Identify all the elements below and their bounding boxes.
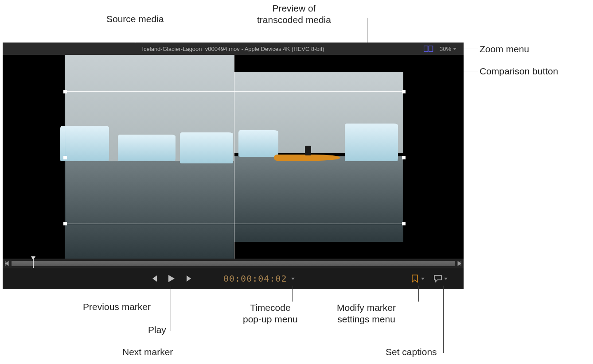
preview-stage[interactable] bbox=[3, 55, 464, 259]
timecode-popup[interactable]: 00:00:04:02 bbox=[223, 273, 295, 284]
label-preview-transcoded: Preview of transcoded media bbox=[257, 3, 331, 26]
modify-marker-menu[interactable] bbox=[410, 274, 425, 283]
previous-marker-button[interactable] bbox=[150, 275, 158, 283]
label-modify-marker: Modify marker settings menu bbox=[337, 302, 396, 325]
scrubber-track[interactable] bbox=[12, 261, 455, 266]
in-point-icon[interactable] bbox=[4, 260, 10, 267]
transcoded-media-pane bbox=[234, 55, 403, 259]
preview-viewer: Iceland-Glacier-Lagoon_v000494.mov - App… bbox=[3, 43, 464, 289]
zoom-value: 30% bbox=[440, 46, 451, 52]
label-next-marker: Next marker bbox=[122, 346, 173, 358]
timecode-value: 00:00:04:02 bbox=[223, 273, 287, 284]
play-button[interactable] bbox=[167, 274, 176, 283]
playhead[interactable] bbox=[33, 259, 34, 268]
connector bbox=[171, 286, 171, 331]
bookmark-icon bbox=[410, 274, 419, 283]
chevron-down-icon bbox=[421, 278, 425, 280]
connector bbox=[154, 286, 154, 308]
connector bbox=[293, 286, 293, 302]
label-source-media: Source media bbox=[106, 13, 164, 25]
connector bbox=[189, 286, 189, 353]
set-captions-menu[interactable] bbox=[433, 275, 448, 283]
label-previous-marker: Previous marker bbox=[70, 301, 151, 313]
comparison-button[interactable] bbox=[424, 46, 433, 52]
chevron-down-icon bbox=[444, 278, 448, 280]
connector bbox=[418, 286, 419, 302]
svg-rect-0 bbox=[424, 46, 428, 52]
caption-icon bbox=[433, 275, 442, 283]
viewer-titlebar: Iceland-Glacier-Lagoon_v000494.mov - App… bbox=[3, 43, 464, 55]
label-set-captions: Set captions bbox=[386, 346, 437, 358]
label-play: Play bbox=[148, 324, 166, 336]
zoom-menu[interactable]: 30% bbox=[440, 46, 456, 52]
transport-bar: 00:00:04:02 bbox=[3, 268, 464, 289]
chevron-down-icon bbox=[453, 48, 456, 50]
next-marker-button[interactable] bbox=[186, 275, 194, 283]
comparison-divider[interactable] bbox=[234, 55, 234, 259]
connector bbox=[443, 286, 444, 353]
viewer-filename: Iceland-Glacier-Lagoon_v000494.mov - App… bbox=[142, 46, 324, 52]
out-point-icon[interactable] bbox=[456, 260, 462, 267]
svg-rect-1 bbox=[429, 46, 433, 52]
chevron-down-icon bbox=[291, 278, 295, 280]
label-timecode-popup: Timecode pop-up menu bbox=[243, 302, 298, 325]
scrubber-row bbox=[3, 259, 464, 268]
label-comparison-button: Comparison button bbox=[480, 66, 558, 77]
source-media-pane bbox=[65, 55, 234, 259]
label-zoom-menu: Zoom menu bbox=[480, 43, 529, 55]
